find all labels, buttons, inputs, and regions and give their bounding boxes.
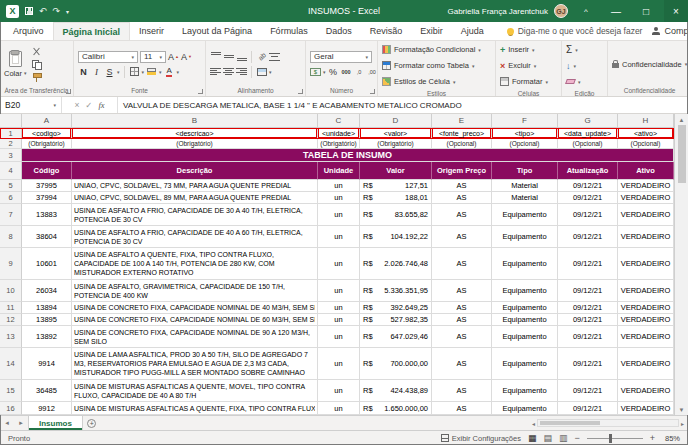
- underline-button[interactable]: S: [104, 66, 115, 78]
- display-settings-button[interactable]: Exibir Configurações: [441, 434, 521, 443]
- delete-cells-button[interactable]: ×Excluir▾: [500, 59, 557, 72]
- sheet-nav-right-icon[interactable]: ▸: [14, 416, 28, 430]
- column-header-A[interactable]: A: [22, 114, 72, 127]
- row-header-12[interactable]: 12: [0, 314, 22, 326]
- grid-cell[interactable]: 10601: [22, 248, 72, 280]
- grid-cell[interactable]: un: [318, 280, 360, 302]
- grid-cell[interactable]: Equipamento: [492, 380, 558, 402]
- row-header-14[interactable]: 14: [0, 348, 22, 380]
- cancel-icon[interactable]: ×: [74, 100, 79, 110]
- align-bottom-button[interactable]: [236, 51, 247, 63]
- horizontal-scrollbar[interactable]: ◂ ▸: [528, 416, 688, 430]
- insert-cells-button[interactable]: +Inserir▾: [500, 43, 557, 56]
- grid-cell[interactable]: 09/12/21: [558, 326, 618, 348]
- grid-cell[interactable]: 09/12/21: [558, 348, 618, 380]
- grid-cell[interactable]: VERDADEIRO: [618, 302, 674, 314]
- dialog-launcher-icon[interactable]: [370, 89, 375, 94]
- grid-cell[interactable]: <codigo>: [22, 128, 72, 139]
- normal-view-icon[interactable]: ▦: [528, 434, 537, 443]
- grid-cell[interactable]: AS: [432, 326, 492, 348]
- scroll-right-icon[interactable]: ▸: [681, 420, 684, 427]
- row-header-8[interactable]: 8: [0, 226, 22, 248]
- grid-cell[interactable]: <data_update>: [558, 128, 618, 139]
- font-color-button[interactable]: A: [164, 66, 175, 78]
- table-header-cell[interactable]: Valor: [360, 162, 432, 180]
- grid-cell[interactable]: USINA DE MISTURAS ASFALTICAS A QUENTE, M…: [72, 380, 318, 402]
- align-top-button[interactable]: [210, 51, 221, 63]
- grid-cell[interactable]: 09/12/21: [558, 180, 618, 192]
- row-header-10[interactable]: 10: [0, 280, 22, 302]
- close-button[interactable]: ×: [664, 0, 688, 22]
- row-header-11[interactable]: 11: [0, 302, 22, 314]
- grid-cell[interactable]: USINA DE ASFALTO A QUENTE, FIXA, TIPO CO…: [72, 248, 318, 280]
- grid-cell[interactable]: R$1.650.000,00: [360, 402, 432, 415]
- table-header-cell[interactable]: Atualização: [558, 162, 618, 180]
- grid-cell[interactable]: VERDADEIRO: [618, 180, 674, 192]
- grid-cell[interactable]: VERDADEIRO: [618, 192, 674, 204]
- grid-cell[interactable]: R$2.026.746,48: [360, 248, 432, 280]
- borders-button[interactable]: [129, 66, 140, 78]
- align-middle-button[interactable]: [223, 51, 234, 63]
- grid-cell[interactable]: un: [318, 314, 360, 326]
- increase-decimal-button[interactable]: ,0: [354, 66, 365, 78]
- fill-color-button[interactable]: [146, 66, 157, 78]
- grid-cell[interactable]: (Opcional): [432, 139, 492, 149]
- grid-cell[interactable]: <unidade>: [318, 128, 360, 139]
- grid-cell[interactable]: VERDADEIRO: [618, 402, 674, 415]
- grid-cell[interactable]: R$527.982,35: [360, 314, 432, 326]
- grid-cell[interactable]: un: [318, 180, 360, 192]
- table-header-cell[interactable]: Tipo: [492, 162, 558, 180]
- column-header-H[interactable]: H: [618, 114, 674, 127]
- grid-cell[interactable]: R$647.029,46: [360, 326, 432, 348]
- scroll-down-icon[interactable]: ▼: [679, 404, 685, 415]
- grid-cell[interactable]: VERDADEIRO: [618, 314, 674, 326]
- grid-cell[interactable]: Equipamento: [492, 302, 558, 314]
- grid-cell[interactable]: 09/12/21: [558, 302, 618, 314]
- enter-icon[interactable]: ✓: [85, 100, 92, 110]
- grid-cell[interactable]: 13894: [22, 302, 72, 314]
- grid-cell[interactable]: VERDADEIRO: [618, 248, 674, 280]
- sensitivity-button[interactable]: Confidencialidade▾: [612, 58, 687, 71]
- grid-cell[interactable]: 26034: [22, 280, 72, 302]
- zoom-slider-thumb[interactable]: [609, 434, 612, 443]
- column-header-G[interactable]: G: [558, 114, 618, 127]
- grid-cell[interactable]: AS: [432, 180, 492, 192]
- grid-cell[interactable]: un: [318, 402, 360, 415]
- column-header-F[interactable]: F: [492, 114, 558, 127]
- grid-cell[interactable]: VERDADEIRO: [618, 280, 674, 302]
- avatar[interactable]: GJ: [554, 4, 568, 18]
- align-right-button[interactable]: [236, 66, 247, 78]
- grid-cell[interactable]: 37994: [22, 192, 72, 204]
- grid-cell[interactable]: 09/12/21: [558, 192, 618, 204]
- redo-icon[interactable]: ↷: [53, 6, 61, 16]
- grid-cell[interactable]: Equipamento: [492, 204, 558, 226]
- decrease-font-icon[interactable]: A▼: [181, 51, 192, 63]
- column-header-C[interactable]: C: [318, 114, 360, 127]
- grid-cell[interactable]: un: [318, 348, 360, 380]
- grid-cell[interactable]: R$392.649,25: [360, 302, 432, 314]
- grid-cell[interactable]: Equipamento: [492, 248, 558, 280]
- grid-cell[interactable]: Equipamento: [492, 402, 558, 415]
- font-name-select[interactable]: Calibri▾: [78, 51, 138, 63]
- grid-cell[interactable]: R$700.000,00: [360, 348, 432, 380]
- grid-cell[interactable]: 13895: [22, 314, 72, 326]
- grid-cell[interactable]: R$104.192,22: [360, 226, 432, 248]
- grid-cell[interactable]: AS: [432, 314, 492, 326]
- format-cells-button[interactable]: Formatar▾: [500, 75, 557, 88]
- grid-cell[interactable]: 09/12/21: [558, 380, 618, 402]
- row-header-2[interactable]: 2: [0, 139, 22, 149]
- decrease-decimal-button[interactable]: ,00: [367, 66, 378, 78]
- bold-button[interactable]: N: [78, 66, 89, 78]
- grid-cell[interactable]: Material: [492, 180, 558, 192]
- grid-cell[interactable]: 38604: [22, 226, 72, 248]
- hscrollbar-thumb[interactable]: [540, 421, 600, 425]
- grid-cell[interactable]: un: [318, 226, 360, 248]
- tab-página-inicial[interactable]: Página Inicial: [53, 22, 131, 40]
- table-header-cell[interactable]: Descrição: [72, 162, 318, 180]
- grid-cell[interactable]: (Opcional): [558, 139, 618, 149]
- grid-cell[interactable]: R$5.336.351,95: [360, 280, 432, 302]
- sheet-nav-left-icon[interactable]: ◂: [0, 416, 14, 430]
- grid-cell[interactable]: un: [318, 248, 360, 280]
- grid-cell[interactable]: <descricao>: [72, 128, 318, 139]
- tellme-search[interactable]: Diga-me o que você deseja fazer: [507, 22, 643, 40]
